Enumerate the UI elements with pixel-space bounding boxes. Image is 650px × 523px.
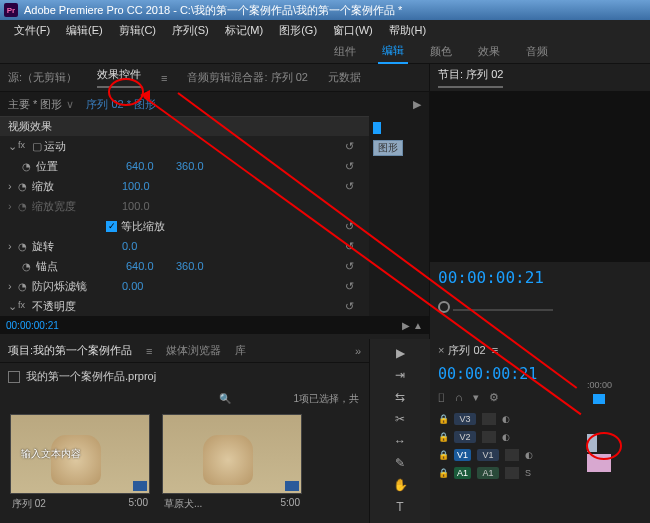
keyframe-stopwatch-icon[interactable]: ◔ (18, 281, 32, 292)
uniform-scale-checkbox[interactable]: ✓ (106, 221, 117, 232)
panel-menu-icon[interactable]: ≡ (161, 72, 167, 84)
menu-sequence[interactable]: 序列(S) (164, 20, 217, 40)
project-item-clip[interactable]: 草原犬... 5:00 (162, 414, 302, 514)
anchor-y[interactable]: 360.0 (176, 260, 226, 272)
timecode-value[interactable]: 00:00:00:21 (6, 320, 59, 331)
position-y[interactable]: 360.0 (176, 160, 226, 172)
rotation-value[interactable]: 0.0 (122, 240, 172, 252)
caret-down-icon[interactable]: ⌄ (8, 300, 18, 313)
output-toggle-icon[interactable]: ◐ (502, 414, 510, 424)
ws-edit[interactable]: 编辑 (378, 39, 408, 64)
slip-tool-icon[interactable]: ↔ (392, 433, 408, 449)
keyframe-stopwatch-icon[interactable]: ◔ (18, 181, 32, 192)
clip-preview[interactable]: 图形 (369, 138, 429, 158)
snap-icon[interactable]: ⌷ (438, 391, 445, 404)
output-toggle-icon[interactable]: ◐ (525, 450, 533, 460)
reset-icon[interactable]: ↺ (345, 240, 361, 253)
track-select-tool-icon[interactable]: ⇥ (392, 367, 408, 383)
reset-icon[interactable]: ↺ (345, 160, 361, 173)
bin-icon[interactable] (8, 371, 20, 383)
search-icon[interactable]: 🔍 (219, 393, 231, 404)
tab-program[interactable]: 节目: 序列 02 (438, 67, 503, 88)
flicker-value[interactable]: 0.00 (122, 280, 172, 292)
track-label[interactable]: A1 (477, 467, 499, 479)
keyframe-stopwatch-icon[interactable]: ◔ (22, 261, 36, 272)
reset-icon[interactable]: ↺ (345, 260, 361, 273)
caret-right-icon[interactable]: › (8, 240, 18, 252)
reset-icon[interactable]: ↺ (345, 280, 361, 293)
source-patch[interactable]: V1 (454, 449, 471, 461)
project-item-sequence[interactable]: 输入文本内容 序列 02 5:00 (10, 414, 150, 514)
menu-marker[interactable]: 标记(M) (217, 20, 272, 40)
panel-menu-icon[interactable]: ≡ (492, 344, 498, 356)
position-x[interactable]: 640.0 (126, 160, 176, 172)
track-label[interactable]: V2 (454, 431, 476, 443)
tab-metadata[interactable]: 元数据 (328, 70, 361, 85)
program-scrubber[interactable] (430, 293, 650, 323)
timeline-clip-area[interactable]: :00:00 (585, 380, 650, 520)
ws-assembly[interactable]: 组件 (330, 40, 360, 63)
panel-menu-icon[interactable]: ≡ (146, 345, 152, 357)
type-tool-icon[interactable]: T (392, 499, 408, 515)
selection-tool-icon[interactable]: ▶ (392, 345, 408, 361)
program-monitor[interactable] (430, 92, 650, 262)
razor-tool-icon[interactable]: ✂ (392, 411, 408, 427)
sequence-clip-link[interactable]: 序列 02 * 图形 (86, 97, 156, 112)
reset-icon[interactable]: ↺ (345, 140, 361, 153)
reset-icon[interactable]: ↺ (345, 220, 361, 233)
track-label[interactable]: V1 (477, 449, 499, 461)
play-toggle-icon[interactable]: ▶ (413, 98, 421, 111)
thumbnail[interactable]: 输入文本内容 (10, 414, 150, 494)
reset-icon[interactable]: ↺ (345, 300, 361, 313)
ws-effects[interactable]: 效果 (474, 40, 504, 63)
ripple-edit-tool-icon[interactable]: ⇆ (392, 389, 408, 405)
pen-tool-icon[interactable]: ✎ (392, 455, 408, 471)
ws-audio[interactable]: 音频 (522, 40, 552, 63)
overflow-icon[interactable]: » (355, 345, 361, 357)
lock-icon[interactable]: 🔒 (438, 450, 448, 460)
caret-right-icon[interactable]: › (8, 180, 18, 192)
output-toggle-icon[interactable]: ◐ (502, 432, 510, 442)
graphic-clip[interactable]: 图形 (373, 140, 403, 156)
menu-window[interactable]: 窗口(W) (325, 20, 381, 40)
hand-tool-icon[interactable]: ✋ (392, 477, 408, 493)
marker-icon[interactable]: ▾ (473, 391, 479, 404)
ws-color[interactable]: 颜色 (426, 40, 456, 63)
tab-project[interactable]: 项目:我的第一个案例作品 (8, 343, 132, 358)
menu-help[interactable]: 帮助(H) (381, 20, 434, 40)
program-timecode[interactable]: 00:00:00:21 (438, 268, 544, 287)
track-label[interactable]: V3 (454, 413, 476, 425)
linked-selection-icon[interactable]: ∩ (455, 391, 463, 404)
tab-source[interactable]: 源:（无剪辑） (8, 70, 77, 85)
scale-value[interactable]: 100.0 (122, 180, 172, 192)
eye-toggle-icon[interactable] (482, 413, 496, 425)
keyframe-stopwatch-icon[interactable]: ◔ (18, 241, 32, 252)
eye-toggle-icon[interactable] (505, 449, 519, 461)
graphic-clip-v2[interactable] (587, 434, 597, 452)
playhead-icon[interactable] (373, 122, 381, 134)
solo-toggle-icon[interactable]: S (525, 468, 531, 478)
motion-row[interactable]: ⌄ fx ▢ 运动 ↺ (0, 136, 369, 156)
lock-icon[interactable]: 🔒 (438, 414, 448, 424)
anchor-x[interactable]: 640.0 (126, 260, 176, 272)
caret-right-icon[interactable]: › (8, 280, 18, 292)
tab-library[interactable]: 库 (235, 343, 246, 358)
timeline-timecode[interactable]: 00:00:00:21 (438, 365, 537, 383)
playhead-icon[interactable] (593, 394, 605, 404)
menu-graphics[interactable]: 图形(G) (271, 20, 325, 40)
thumbnail[interactable] (162, 414, 302, 494)
source-patch[interactable]: A1 (454, 467, 471, 479)
tab-sequence[interactable]: 序列 02 (448, 343, 485, 358)
menu-edit[interactable]: 编辑(E) (58, 20, 111, 40)
keyframe-stopwatch-icon[interactable]: ◔ (22, 161, 36, 172)
opacity-row[interactable]: ⌄ fx 不透明度 ↺ (0, 296, 369, 316)
mute-toggle-icon[interactable] (505, 467, 519, 479)
lock-icon[interactable]: 🔒 (438, 432, 448, 442)
scroll-left-icon[interactable]: ▶ ▲ (402, 320, 423, 331)
video-clip-v1[interactable] (587, 454, 611, 472)
scrub-handle-icon[interactable] (438, 301, 450, 313)
tab-media-browser[interactable]: 媒体浏览器 (166, 343, 221, 358)
fx-badge-icon[interactable]: fx (18, 300, 32, 312)
caret-down-icon[interactable]: ⌄ (8, 140, 18, 153)
settings-icon[interactable]: ⚙ (489, 391, 499, 404)
